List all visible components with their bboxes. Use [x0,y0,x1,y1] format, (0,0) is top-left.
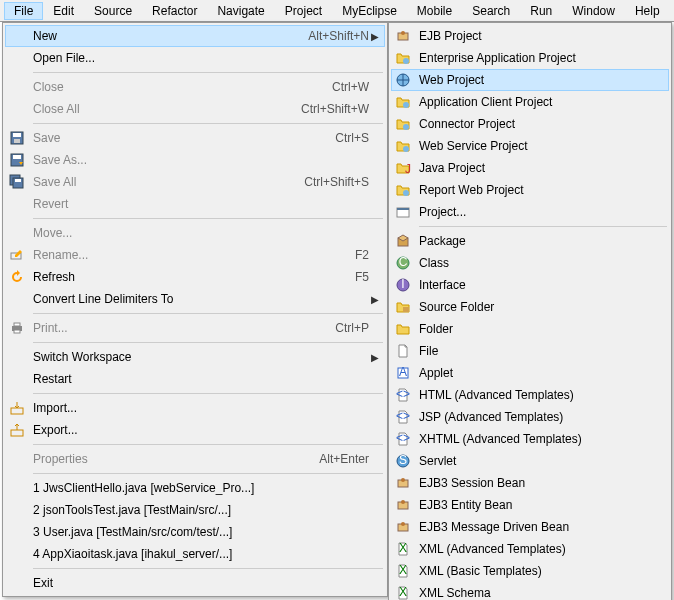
menubar-item-navigate[interactable]: Navigate [207,2,274,20]
menu-label: Folder [413,322,653,336]
new-menu-ejb3-entity-bean[interactable]: EJB3 Entity Bean [391,494,669,516]
blank-icon [7,50,27,66]
ejb3-entity-icon [393,497,413,513]
file-menu-exit[interactable]: Exit [5,572,385,594]
new-menu-jsp-advanced-templates[interactable]: <>JSP (Advanced Templates) [391,406,669,428]
new-menu-xml-schema[interactable]: XXML Schema [391,582,669,600]
file-icon [393,343,413,359]
file-menu-3-user-java-testmain-src-com-t[interactable]: 3 User.java [TestMain/src/com/test/...] [5,521,385,543]
separator [33,393,383,394]
file-menu-close-all[interactable]: Close AllCtrl+Shift+W [5,98,385,120]
package-icon [393,233,413,249]
export-icon [7,422,27,438]
new-menu-source-folder[interactable]: Source Folder [391,296,669,318]
file-menu-new[interactable]: NewAlt+Shift+N▶ [5,25,385,47]
new-menu-xhtml-advanced-templates[interactable]: <>XHTML (Advanced Templates) [391,428,669,450]
menu-label: Save [27,131,325,145]
separator [33,123,383,124]
blank-icon [7,480,27,496]
menubar-item-source[interactable]: Source [84,2,142,20]
menu-label: Refresh [27,270,345,284]
menu-label: Package [413,234,653,248]
new-menu-package[interactable]: Package [391,230,669,252]
new-menu-connector-project[interactable]: Connector Project [391,113,669,135]
new-menu-ejb3-session-bean[interactable]: EJB3 Session Bean [391,472,669,494]
xsd-icon: X [393,585,413,600]
file-menu-export[interactable]: Export... [5,419,385,441]
file-menu-4-appxiaoitask-java-ihakul-ser[interactable]: 4 AppXiaoitask.java [ihakul_server/...] [5,543,385,565]
class-icon: C [393,255,413,271]
new-menu-ejb3-message-driven-bean[interactable]: EJB3 Message Driven Bean [391,516,669,538]
new-menu-file[interactable]: File [391,340,669,362]
menu-label: Restart [27,372,369,386]
file-menu-save-as[interactable]: Save As... [5,149,385,171]
menubar-item-window[interactable]: Window [562,2,625,20]
file-menu-restart[interactable]: Restart [5,368,385,390]
file-menu-refresh[interactable]: RefreshF5 [5,266,385,288]
separator [419,226,667,227]
menubar-item-mobile[interactable]: Mobile [407,2,462,20]
ear-proj-icon [393,50,413,66]
file-menu-2-jsontoolstest-java-testmain-[interactable]: 2 jsonToolsTest.java [TestMain/src/...] [5,499,385,521]
separator [33,72,383,73]
menu-shortcut: Alt+Shift+N [298,29,369,43]
file-menu-save-all[interactable]: Save AllCtrl+Shift+S [5,171,385,193]
menu-label: 4 AppXiaoitask.java [ihakul_server/...] [27,547,369,561]
blank-icon [7,196,27,212]
new-menu-application-client-project[interactable]: Application Client Project [391,91,669,113]
new-menu-class[interactable]: CClass [391,252,669,274]
file-menu-1-jwsclienthello-java-webservi[interactable]: 1 JwsClientHello.java [webService_Pro...… [5,477,385,499]
menu-label: Connector Project [413,117,653,131]
file-menu-revert[interactable]: Revert [5,193,385,215]
menubar-item-refactor[interactable]: Refactor [142,2,207,20]
submenu-arrow-icon: ▶ [369,31,379,42]
svg-point-19 [403,124,409,130]
svg-point-43 [401,522,405,526]
file-menu-close[interactable]: CloseCtrl+W [5,76,385,98]
menubar-item-project[interactable]: Project [275,2,332,20]
new-menu-html-advanced-templates[interactable]: <>HTML (Advanced Templates) [391,384,669,406]
new-menu-report-web-project[interactable]: Report Web Project [391,179,669,201]
separator [33,342,383,343]
blank-icon [7,291,27,307]
new-menu-web-service-project[interactable]: Web Service Project [391,135,669,157]
file-menu-convert-line-delimiters-to[interactable]: Convert Line Delimiters To▶ [5,288,385,310]
new-menu-xml-basic-templates[interactable]: XXML (Basic Templates) [391,560,669,582]
new-menu-project[interactable]: Project... [391,201,669,223]
menu-label: EJB3 Session Bean [413,476,653,490]
new-menu-folder[interactable]: Folder [391,318,669,340]
file-menu-move[interactable]: Move... [5,222,385,244]
file-menu-switch-workspace[interactable]: Switch Workspace▶ [5,346,385,368]
file-menu-open-file[interactable]: Open File... [5,47,385,69]
new-menu-xml-advanced-templates[interactable]: XXML (Advanced Templates) [391,538,669,560]
file-menu-rename[interactable]: Rename...F2 [5,244,385,266]
menu-label: Report Web Project [413,183,653,197]
menubar-item-file[interactable]: File [4,2,43,20]
folder-icon [393,321,413,337]
separator [33,313,383,314]
separator [33,218,383,219]
menubar-item-help[interactable]: Help [625,2,670,20]
new-menu-interface[interactable]: IInterface [391,274,669,296]
file-menu-save[interactable]: SaveCtrl+S [5,127,385,149]
file-menu-print[interactable]: Print...Ctrl+P [5,317,385,339]
new-menu-servlet[interactable]: SServlet [391,450,669,472]
save-as-icon [7,152,27,168]
new-menu-applet[interactable]: AApplet [391,362,669,384]
svg-point-16 [403,58,409,64]
ws-proj-icon [393,138,413,154]
file-menu-properties[interactable]: PropertiesAlt+Enter [5,448,385,470]
menu-shortcut: Ctrl+P [325,321,369,335]
file-menu-import[interactable]: Import... [5,397,385,419]
menubar-item-run[interactable]: Run [520,2,562,20]
menu-label: Project... [413,205,653,219]
new-menu-ejb-project[interactable]: EJB Project [391,25,669,47]
new-menu-java-project[interactable]: JJava Project [391,157,669,179]
menubar-item-search[interactable]: Search [462,2,520,20]
menubar-item-edit[interactable]: Edit [43,2,84,20]
menu-shortcut: F5 [345,270,369,284]
menubar-item-myeclipse[interactable]: MyEclipse [332,2,407,20]
new-menu-enterprise-application-project[interactable]: Enterprise Application Project [391,47,669,69]
new-menu-web-project[interactable]: Web Project [391,69,669,91]
submenu-arrow-icon: ▶ [369,352,379,363]
